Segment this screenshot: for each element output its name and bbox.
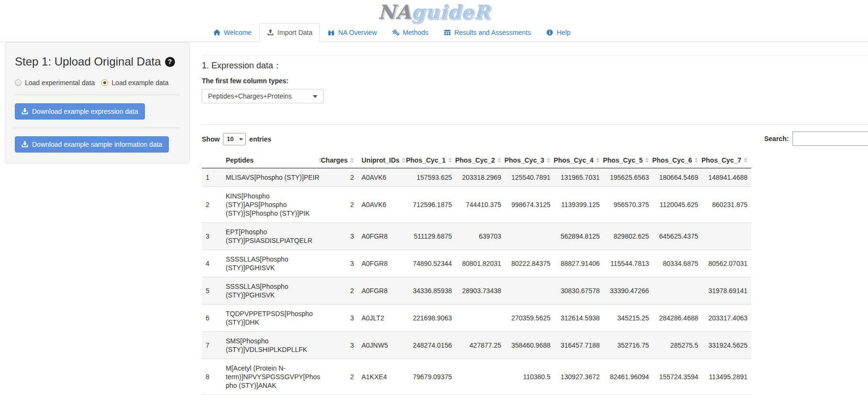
column-header-peptides[interactable]: Peptides [222, 153, 326, 168]
uniprot-cell: A0AVK6 [358, 168, 407, 187]
column-header-phos-cyc-6[interactable]: Phos_Cyc_6 [653, 153, 702, 168]
value-cell: 345215.25 [604, 305, 653, 332]
column-header-phos-cyc-1[interactable]: Phos_Cyc_1 [407, 153, 456, 168]
main-content: 1. Expression data： The first few column… [202, 42, 868, 395]
column-header-charges[interactable]: Charges [326, 153, 358, 168]
value-cell: 639703 [456, 223, 505, 250]
column-header-phos-cyc-2[interactable]: Phos_Cyc_2 [456, 153, 505, 168]
search-control: Search: [764, 132, 868, 146]
column-types-label: The first few column types: [202, 77, 868, 85]
page-length-control: Show 10 entries [202, 133, 271, 145]
peptide-cell: EPT[Phospho (STY)]PSIASDISLPIATQELR [222, 223, 326, 250]
value-cell: 956570.375 [604, 187, 653, 223]
column-header-label: Phos_Cyc_1 [406, 156, 446, 164]
show-label: Show [202, 135, 220, 143]
tab-help[interactable]: Help [538, 23, 578, 42]
value-cell: 195625.6563 [604, 168, 653, 187]
radio-load-example-data[interactable]: Load example data [101, 79, 168, 87]
info-circle-icon [546, 29, 553, 36]
peptide-cell: SSSSLLAS[Phospho (STY)]PGHISVK [222, 250, 326, 277]
sort-icon [744, 158, 747, 163]
peptide-cell: KINS[Phospho (STY)]APS[Phospho (STY)]S[P… [222, 187, 326, 223]
radio-load-experimental-data[interactable]: Load experimental data [15, 79, 95, 87]
value-cell: 998674.3125 [505, 187, 554, 223]
value-cell: 248274.0156 [407, 332, 456, 359]
value-cell: 88827.91406 [554, 250, 604, 277]
question-circle-icon[interactable]: ? [165, 57, 175, 67]
divider [202, 55, 868, 55]
value-cell: 155724.3594 [653, 359, 702, 395]
tab-methods[interactable]: Methods [385, 23, 436, 42]
column-header-label: Phos_Cyc_3 [505, 156, 544, 164]
tab-welcome[interactable]: Welcome [206, 23, 259, 42]
table-row[interactable]: 7 SMS[Phospho (STY)]VDLSHIPLKDPLLFK 3 A0… [202, 332, 751, 359]
radio-icon[interactable] [15, 79, 22, 86]
button-label: Download example sample information data [32, 141, 162, 148]
table-row[interactable]: 2 KINS[Phospho (STY)]APS[Phospho (STY)]S… [202, 187, 751, 223]
uniprot-cell: A0JLT2 [358, 305, 407, 332]
uniprot-cell: A0JNW5 [358, 332, 407, 359]
column-header-label: Peptides [226, 156, 253, 164]
column-header-phos-cyc-5[interactable]: Phos_Cyc_5 [604, 153, 653, 168]
row-index-cell: 1 [202, 168, 222, 187]
sort-icon [402, 158, 406, 163]
value-cell: 82461.96094 [604, 359, 653, 395]
tab-results-and-assessments[interactable]: Results and Assessments [436, 23, 538, 42]
radio-icon-checked[interactable] [101, 79, 108, 86]
value-cell: 358460.9688 [505, 332, 554, 359]
column-header-uniprot-ids[interactable]: Uniprot_IDs [358, 153, 407, 168]
tab-import-data[interactable]: Import Data [259, 23, 320, 42]
upload-icon [267, 29, 274, 36]
expression-data-table: Peptides Charges Uniprot_IDs Phos_Cyc_1 … [202, 153, 751, 395]
download-expression-data-button[interactable]: Download example expression data [15, 103, 145, 120]
logo-text-guider: guideR [411, 0, 490, 23]
tab-na-overview[interactable]: NA Overview [320, 23, 385, 42]
charge-cell: 3 [326, 305, 358, 332]
table-icon [444, 29, 451, 36]
nav-tabs: Welcome Import Data NA Overview Methods … [0, 23, 826, 42]
table-body: 1 MLISAVS[Phospho (STY)]PEIR 2 A0AVK6 15… [202, 168, 751, 395]
logo-text-na: NA [378, 0, 411, 23]
sort-icon [547, 158, 550, 163]
sort-icon [350, 158, 354, 163]
row-index-cell: 5 [202, 277, 222, 305]
value-cell [702, 223, 751, 250]
table-row[interactable]: 6 TQDPVPPETPSDS[Phospho (STY)]DHK 3 A0JL… [202, 305, 751, 332]
tab-label: Results and Assessments [454, 29, 531, 36]
value-cell: 33390.47266 [604, 277, 653, 305]
row-index-cell: 2 [202, 187, 222, 223]
table-row[interactable]: 4 SSSSLLAS[Phospho (STY)]PGHISVK 3 A0FGR… [202, 250, 751, 277]
panel-title: Step 1: Upload Original Data ? [15, 55, 180, 68]
row-index-cell: 7 [202, 332, 222, 359]
value-cell: 284286.4688 [653, 305, 702, 332]
table-row[interactable]: 3 EPT[Phospho (STY)]PSIASDISLPIATQELR 3 … [202, 223, 751, 250]
search-label: Search: [764, 135, 789, 143]
search-input[interactable] [792, 132, 868, 146]
value-cell: 110380.5 [505, 359, 554, 395]
column-header-label: Charges [321, 156, 348, 164]
value-cell: 34336.85938 [407, 277, 456, 305]
table-row[interactable]: 5 SSSSLLAS[Phospho (STY)]PGHISVK 2 A0FGR… [202, 277, 751, 305]
value-cell: 125540.7891 [505, 168, 554, 187]
chevron-down-icon [239, 138, 243, 141]
nav-tabbar: Welcome Import Data NA Overview Methods … [0, 23, 868, 42]
uniprot-cell: A0AVK6 [358, 187, 407, 223]
column-header-phos-cyc-3[interactable]: Phos_Cyc_3 [505, 153, 554, 168]
column-header-phos-cyc-7[interactable]: Phos_Cyc_7 [702, 153, 751, 168]
download-sample-information-button[interactable]: Download example sample information data [15, 136, 169, 153]
uniprot-cell: A1KXE4 [358, 359, 407, 395]
value-cell: 712596.1875 [407, 187, 456, 223]
uniprot-cell: A0FGR8 [358, 277, 407, 305]
value-cell [505, 277, 554, 305]
table-row[interactable]: 8 M[Acetyl (Protein N-term)]NPVYSPGSSGVP… [202, 359, 751, 395]
value-cell: 28903.73438 [456, 277, 505, 305]
table-row[interactable]: 1 MLISAVS[Phospho (STY)]PEIR 2 A0AVK6 15… [202, 168, 751, 187]
sort-icon [645, 158, 649, 163]
column-header-phos-cyc-4[interactable]: Phos_Cyc_4 [554, 153, 604, 168]
page-length-select[interactable]: 10 [223, 133, 246, 145]
peptide-cell: SSSSLLAS[Phospho (STY)]PGHISVK [222, 277, 326, 305]
value-cell: 352716.75 [604, 332, 653, 359]
upload-panel: Step 1: Upload Original Data ? Load expe… [5, 42, 190, 164]
charge-cell: 3 [326, 332, 358, 359]
column-types-select[interactable]: Peptides+Charges+Proteins [202, 89, 324, 103]
